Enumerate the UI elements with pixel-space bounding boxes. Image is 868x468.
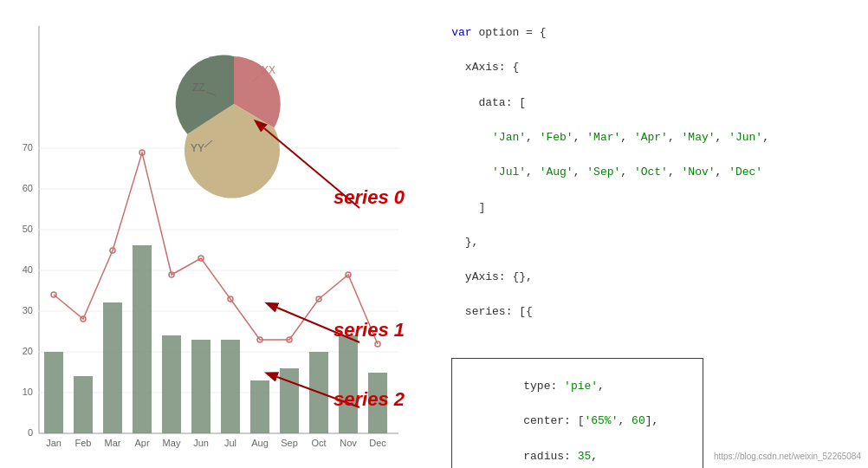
watermark: https://blog.csdn.net/weixin_52265084 [714, 452, 861, 461]
svg-text:70: 70 [23, 142, 33, 153]
svg-rect-34 [191, 340, 211, 433]
svg-rect-30 [74, 376, 93, 433]
svg-text:Jul: Jul [224, 438, 236, 448]
svg-text:Dec: Dec [369, 438, 386, 448]
svg-text:60: 60 [23, 183, 33, 193]
code-line-11: center: ['65%', 60], [496, 414, 658, 427]
svg-rect-31 [103, 302, 122, 433]
svg-text:Jan: Jan [46, 438, 62, 448]
svg-text:XX: XX [262, 64, 275, 76]
svg-rect-36 [250, 380, 269, 433]
svg-text:50: 50 [23, 224, 33, 234]
series-1-label: series 1 [334, 319, 405, 341]
svg-text:ZZ: ZZ [192, 81, 205, 94]
svg-text:0: 0 [28, 427, 33, 438]
series-2-label: series 2 [334, 388, 405, 411]
svg-text:20: 20 [23, 346, 33, 356]
code-line-9: series: [{ [451, 305, 533, 318]
series0-box: type: 'pie', center: ['65%', 60], radius… [451, 358, 703, 468]
code-line-1: var option = { [451, 26, 546, 39]
code-line-8: yAxis: {}, [451, 270, 533, 283]
svg-rect-29 [44, 352, 63, 433]
svg-text:40: 40 [23, 264, 33, 275]
code-line-10: type: 'pie', [496, 380, 605, 393]
svg-text:Sep: Sep [281, 438, 298, 448]
svg-text:Apr: Apr [134, 438, 149, 448]
code-line-5: 'Jul', 'Aug', 'Sep', 'Oct', 'Nov', 'Dec' [451, 166, 762, 179]
svg-text:Aug: Aug [251, 438, 269, 448]
svg-rect-32 [133, 245, 152, 433]
svg-text:Mar: Mar [105, 438, 121, 448]
code-line-4: 'Jan', 'Feb', 'Mar', 'Apr', 'May', 'Jun'… [451, 131, 769, 144]
svg-text:Nov: Nov [340, 438, 357, 448]
svg-rect-33 [162, 335, 181, 433]
svg-text:YY: YY [191, 142, 204, 154]
svg-rect-39 [339, 335, 358, 433]
code-area: var option = { xAxis: { data: [ 'Jan', '… [416, 0, 868, 468]
code-line-6: ] [451, 201, 485, 214]
code-block: var option = { xAxis: { data: [ 'Jan', '… [424, 7, 859, 468]
svg-text:Feb: Feb [75, 438, 92, 448]
svg-rect-35 [221, 340, 240, 433]
svg-text:May: May [163, 438, 181, 448]
code-line-3: data: [ [451, 96, 526, 109]
svg-text:Oct: Oct [311, 438, 326, 448]
code-line-7: }, [451, 236, 478, 249]
svg-text:Jun: Jun [193, 438, 209, 448]
svg-rect-37 [280, 368, 299, 433]
series-0-label: series 0 [334, 186, 405, 209]
code-line-12: radius: 35, [496, 450, 598, 463]
svg-text:30: 30 [23, 305, 33, 315]
code-line-2: xAxis: { [451, 61, 519, 74]
svg-text:10: 10 [23, 387, 33, 397]
